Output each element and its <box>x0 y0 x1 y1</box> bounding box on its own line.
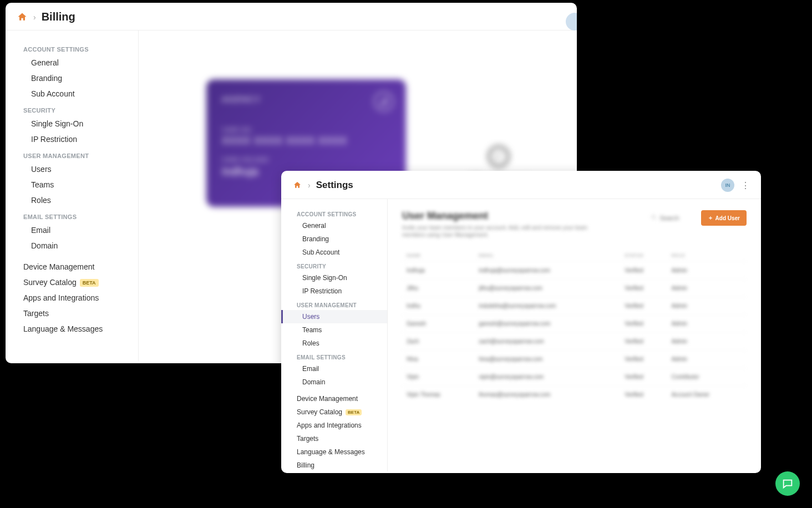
home-icon[interactable] <box>17 12 28 23</box>
cell-status: Verified <box>620 315 667 333</box>
cell-role: Admin <box>667 297 747 315</box>
sidebar-item-single-sign-on[interactable]: Single Sign-On <box>6 116 138 131</box>
cell-email: ganesh@surveysparrow.com <box>474 315 620 333</box>
sidebar-item-device-management[interactable]: Device Management <box>281 392 387 405</box>
cell-role: Contributor <box>667 368 747 386</box>
section-heading: User Management <box>402 210 591 222</box>
sidebar-section-title: User Management <box>6 147 138 161</box>
sidebar-item-branding[interactable]: Branding <box>6 70 138 86</box>
home-icon[interactable] <box>292 180 302 190</box>
cell-role: Admin <box>667 262 747 280</box>
sidebar-item-language-messages[interactable]: Language & Messages <box>6 321 138 337</box>
sidebar-item-roles[interactable]: Roles <box>6 192 138 208</box>
sidebar-item-roles[interactable]: Roles <box>281 337 387 350</box>
cell-email: vipin@surveysparrow.com <box>474 368 620 386</box>
cell-status: Verified <box>620 333 667 350</box>
column-header: Status <box>620 250 667 262</box>
cell-status: Verified <box>620 262 667 280</box>
sidebar-item-language-messages[interactable]: Language & Messages <box>281 445 387 459</box>
sidebar-item-domain[interactable]: Domain <box>281 375 387 389</box>
card-holder-label: Card Holder: <box>222 157 390 163</box>
table-row[interactable]: Vipin Thomasthomas@surveysparrow.comVeri… <box>402 386 747 404</box>
settings-panel: › Settings IN ⋮ Account SettingsGeneralB… <box>281 171 761 473</box>
cell-name: Indhu <box>402 297 474 315</box>
bird-icon <box>374 92 394 111</box>
beta-badge: BETA <box>346 409 362 415</box>
cell-email: zach@surveysparrow.com <box>474 333 620 350</box>
page-title: Billing <box>42 11 75 23</box>
sidebar-item-general[interactable]: General <box>281 219 387 232</box>
table-row[interactable]: Zachzach@surveysparrow.comVerifiedAdmin <box>402 333 747 350</box>
cell-email: thomas@surveysparrow.com <box>474 386 620 404</box>
cell-role: Admin <box>667 280 747 297</box>
chevron-right-icon: › <box>33 13 36 22</box>
sidebar-item-survey-catalog[interactable]: Survey CatalogBETA <box>6 275 138 290</box>
card-no: XXXX XXXX XXXX XXXX <box>222 135 390 147</box>
card-no-label: Card No. <box>222 127 390 133</box>
sidebar-item-apps-and-integrations[interactable]: Apps and Integrations <box>6 290 138 306</box>
column-header: Role <box>667 250 747 262</box>
check-circle-icon: ✓ <box>488 146 509 167</box>
add-user-label: Add User <box>715 215 740 221</box>
cell-email: jithu@surveysparrow.com <box>474 280 620 297</box>
cell-status: Verified <box>620 297 667 315</box>
users-table: NameEmailStatusRole Indhujaindhuja@surve… <box>402 250 747 403</box>
cell-status: Verified <box>620 386 667 404</box>
sidebar-item-apps-and-integrations[interactable]: Apps and Integrations <box>281 419 387 432</box>
sidebar-section-title: Account Settings <box>281 207 387 219</box>
sidebar-item-targets[interactable]: Targets <box>281 432 387 445</box>
cell-status: Verified <box>620 350 667 368</box>
plan-name: AGENCY <box>222 95 390 104</box>
sidebar-item-ip-restriction[interactable]: IP Restriction <box>6 131 138 147</box>
svg-line-1 <box>654 219 656 220</box>
sidebar-section-title: Account Settings <box>6 40 138 55</box>
sidebar-item-targets[interactable]: Targets <box>6 306 138 321</box>
plus-icon: ＋ <box>708 214 713 222</box>
sidebar-item-billing[interactable]: Billing <box>281 459 387 471</box>
cell-status: Verified <box>620 368 667 386</box>
sidebar-item-domain[interactable]: Domain <box>6 238 138 253</box>
sidebar-item-sub-account[interactable]: Sub Account <box>281 246 387 259</box>
table-row[interactable]: Indhujaindhuja@surveysparrow.comVerified… <box>402 262 747 280</box>
sidebar-item-teams[interactable]: Teams <box>281 323 387 337</box>
sidebar-item-device-management[interactable]: Device Management <box>6 259 138 275</box>
cell-status: Verified <box>620 280 667 297</box>
billing-header: › Billing <box>6 3 577 31</box>
sidebar-item-users[interactable]: Users <box>281 310 387 323</box>
search-input[interactable] <box>660 215 693 221</box>
sidebar-item-single-sign-on[interactable]: Single Sign-On <box>281 271 387 285</box>
table-row[interactable]: Jithujithu@surveysparrow.comVerifiedAdmi… <box>402 280 747 297</box>
sidebar-item-email[interactable]: Email <box>6 222 138 238</box>
sidebar-item-survey-catalog[interactable]: Survey CatalogBETA <box>281 405 387 419</box>
sidebar: Account SettingsGeneralBrandingSub Accou… <box>6 31 139 361</box>
sidebar-item-branding[interactable]: Branding <box>281 232 387 246</box>
svg-point-0 <box>652 215 655 219</box>
avatar[interactable]: IN <box>721 179 734 192</box>
cell-name: Indhuja <box>402 262 474 280</box>
more-icon[interactable]: ⋮ <box>741 180 750 191</box>
sidebar-item-ip-restriction[interactable]: IP Restriction <box>281 285 387 298</box>
cell-role: Account Owner <box>667 386 747 404</box>
sidebar-section-title: Security <box>6 101 138 116</box>
column-header: Name <box>402 250 474 262</box>
sidebar-item-email[interactable]: Email <box>281 362 387 375</box>
cell-name: Ganesh <box>402 315 474 333</box>
add-user-button[interactable]: ＋ Add User <box>701 210 747 226</box>
table-row[interactable]: Hinahina@surveysparrow.comVerifiedAdmin <box>402 350 747 368</box>
cell-name: Zach <box>402 333 474 350</box>
cell-email: hina@surveysparrow.com <box>474 350 620 368</box>
sidebar-item-teams[interactable]: Teams <box>6 177 138 192</box>
page-title: Settings <box>316 180 353 191</box>
sidebar-item-sub-account[interactable]: Sub Account <box>6 86 138 101</box>
table-row[interactable]: Indhuindulekha@surveysparrow.comVerified… <box>402 297 747 315</box>
column-header: Email <box>474 250 620 262</box>
sidebar-item-general[interactable]: General <box>6 55 138 70</box>
sidebar-section-title: Email Settings <box>6 208 138 222</box>
cell-name: Vipin Thomas <box>402 386 474 404</box>
table-row[interactable]: Vipinvipin@surveysparrow.comVerifiedCont… <box>402 368 747 386</box>
section-subheading: Invite your team members to your account… <box>402 224 591 238</box>
sidebar-item-users[interactable]: Users <box>6 161 138 177</box>
table-row[interactable]: Ganeshganesh@surveysparrow.comVerifiedAd… <box>402 315 747 333</box>
settings-header: › Settings IN ⋮ <box>281 171 761 199</box>
chat-button[interactable] <box>775 471 800 496</box>
